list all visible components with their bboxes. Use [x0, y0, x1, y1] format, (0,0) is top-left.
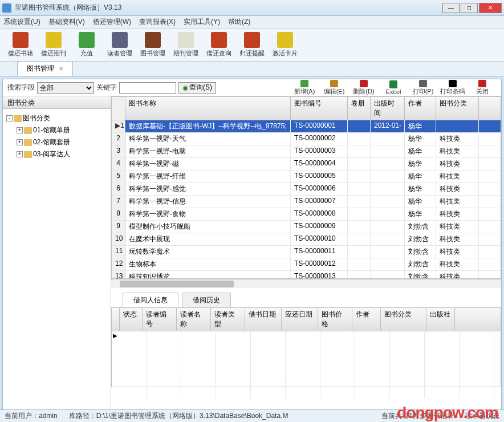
horizontal-scrollbar[interactable]	[111, 279, 501, 288]
col-name[interactable]: 图书名称	[125, 97, 291, 120]
menubar: 系统设置(U) 基础资料(V) 借还管理(W) 查询报表(X) 实用工具(Y) …	[0, 16, 504, 29]
tool-label: 期刊管理	[173, 49, 198, 58]
sub-col-9[interactable]: 出版社	[426, 308, 455, 331]
book-grid[interactable]: 图书名称 图书编号 卷册 出版时间 作者 图书分类 ▶1 数据库基础-【正版图书…	[111, 96, 501, 279]
col-author[interactable]: 作者	[405, 97, 436, 120]
tool-btn-0[interactable]: 借还书籍	[6, 30, 35, 60]
menu-basic[interactable]: 基础资料(V)	[48, 17, 85, 27]
sub-grid[interactable]: 状态读者编号读者名称读者类型借书日期应还日期图书价格作者图书分类出版社 ▶	[111, 307, 501, 387]
action-btn-0[interactable]: 新增(A)	[290, 80, 319, 96]
search-field-select[interactable]: 全部	[37, 82, 94, 94]
sub-col-3[interactable]: 读者类型	[211, 308, 245, 331]
action-label: 新增(A)	[294, 87, 315, 96]
search-icon: ◉	[182, 84, 188, 92]
search-field-label: 搜索字段	[7, 83, 35, 92]
tree-root[interactable]: - 图书分类	[6, 112, 107, 124]
col-vol[interactable]: 卷册	[348, 97, 371, 120]
sub-col-0[interactable]: 状态	[120, 308, 143, 331]
menu-tools[interactable]: 实用工具(Y)	[184, 17, 220, 27]
tool-btn-6[interactable]: 借还查询	[204, 30, 234, 60]
table-row[interactable]: 2 科学第一视野-天气 TS-00000002 杨华 科技类	[112, 133, 501, 145]
sub-col-2[interactable]: 读者名称	[177, 308, 211, 331]
tool-label: 借还查询	[206, 49, 231, 58]
table-row[interactable]: 12 生物标本 TS-00000012 刘勃含 科技类	[112, 258, 501, 271]
action-label: 删除(D)	[353, 87, 374, 96]
tool-icon	[211, 32, 227, 48]
close-button[interactable]: ✕	[479, 3, 502, 13]
table-row[interactable]: 3 科学第一视野-电脑 TS-00000003 杨华 科技类	[112, 145, 501, 158]
tab-close-icon[interactable]: ✕	[59, 66, 63, 72]
sub-col-1[interactable]: 读者编号	[143, 308, 177, 331]
folder-icon	[24, 139, 32, 146]
table-row[interactable]: 7 科学第一视野-信息 TS-00000007 杨华 科技类	[112, 196, 501, 208]
action-btn-5[interactable]: 打印条码	[438, 80, 467, 96]
tool-label: 激活卡片	[273, 49, 298, 58]
col-cat[interactable]: 图书分类	[436, 97, 479, 120]
menu-query[interactable]: 查询报表(X)	[139, 17, 176, 27]
tool-icon	[46, 32, 62, 48]
tool-btn-5[interactable]: 期刊管理	[171, 30, 201, 60]
action-icon	[360, 80, 368, 87]
tool-btn-1[interactable]: 借还期刊	[39, 30, 68, 60]
sub-tab-history[interactable]: 借阅历史	[182, 293, 231, 307]
menu-system[interactable]: 系统设置(U)	[3, 17, 40, 27]
sub-col-4[interactable]: 借书日期	[245, 308, 282, 331]
sub-indicator	[112, 308, 120, 331]
sub-tab-borrower[interactable]: 借阅人信息	[123, 293, 178, 307]
table-row[interactable]: ▶1 数据库基础-【正版图书-WJ】--科学视野--电_97875; TS-00…	[112, 120, 501, 133]
action-btn-2[interactable]: 删除(D)	[349, 80, 378, 96]
tree-expand-icon[interactable]: +	[17, 127, 23, 133]
tree-node-1[interactable]: +02-馆藏套册	[17, 136, 107, 148]
search-button[interactable]: ◉ 查询(S)	[178, 82, 216, 94]
tree-node-2[interactable]: +03-阅享达人	[17, 148, 107, 160]
action-btn-6[interactable]: 关闭	[468, 80, 497, 96]
table-row[interactable]: 8 科学第一视野-食物 TS-00000008 杨华 科技类	[112, 208, 501, 221]
table-row[interactable]: 6 科学第一视野-感觉 TS-00000006 杨华 科技类	[112, 183, 501, 196]
tool-icon	[145, 32, 161, 48]
sub-col-5[interactable]: 应还日期	[282, 308, 318, 331]
tool-btn-8[interactable]: 激活卡片	[270, 30, 300, 60]
tool-icon	[178, 32, 194, 48]
tree-expand-icon[interactable]: +	[17, 151, 23, 157]
tool-label: 归还提醒	[239, 49, 265, 58]
table-row[interactable]: 13 科技知识博览 TS-00000013 刘勃含 科技类	[112, 271, 501, 279]
tree-expand-icon[interactable]: +	[17, 139, 23, 145]
tool-btn-7[interactable]: 归还提醒	[237, 30, 267, 60]
search-keyword-label: 关键字	[96, 83, 117, 92]
action-label: 编辑(E)	[324, 87, 345, 96]
action-btn-4[interactable]: 打印(P)	[409, 80, 437, 96]
tab-book-manage[interactable]: 图书管理 ✕	[17, 61, 73, 76]
scroll-thumb[interactable]	[120, 281, 234, 287]
col-code[interactable]: 图书编号	[291, 97, 348, 120]
sub-col-6[interactable]: 图书价格	[318, 308, 352, 331]
action-btn-3[interactable]: Excel	[379, 80, 408, 96]
tree-panel: 图书分类 - 图书分类 +01-馆藏单册+02-馆藏套册+03-阅享达人	[3, 96, 111, 422]
action-bar: 新增(A)编辑(E)删除(D)Excel打印(P)打印条码关闭	[290, 79, 497, 96]
search-keyword-input[interactable]	[119, 82, 176, 94]
grid-panel: 图书名称 图书编号 卷册 出版时间 作者 图书分类 ▶1 数据库基础-【正版图书…	[111, 96, 501, 422]
table-row[interactable]: 11 玩转数学魔术 TS-00000011 刘勃含 科技类	[112, 246, 501, 258]
table-row[interactable]: 5 科学第一视野-纤维 TS-00000005 杨华 科技类	[112, 171, 501, 183]
menu-help[interactable]: 帮助(Z)	[228, 17, 250, 27]
tree-header: 图书分类	[3, 96, 111, 109]
tool-btn-2[interactable]: 充值	[72, 30, 101, 60]
content-area: 搜索字段 全部 关键字 ◉ 查询(S) 新增(A)编辑(E)删除(D)Excel…	[2, 79, 502, 422]
table-row[interactable]: 4 科学第一视野-磁 TS-00000004 杨华 科技类	[112, 158, 501, 171]
table-row[interactable]: 10 在魔术中展现 TS-00000010 刘勃含 科技类	[112, 233, 501, 246]
sub-col-7[interactable]: 作者	[352, 308, 381, 331]
minimize-button[interactable]: —	[442, 3, 460, 13]
menu-borrow[interactable]: 借还管理(W)	[93, 17, 131, 27]
col-date[interactable]: 出版时间	[371, 97, 405, 120]
table-row[interactable]: 9 模型制作小技巧舰船 TS-00000009 刘勃含 科技类	[112, 221, 501, 233]
tree-node-0[interactable]: +01-馆藏单册	[17, 124, 107, 136]
action-btn-1[interactable]: 编辑(E)	[320, 80, 348, 96]
tree-expand-icon[interactable]: -	[6, 115, 13, 121]
tool-btn-4[interactable]: 图书管理	[138, 30, 168, 60]
action-icon	[419, 80, 427, 87]
watermark: dongpow.com	[397, 404, 498, 422]
action-icon	[449, 80, 457, 87]
tool-btn-3[interactable]: 读者管理	[105, 30, 135, 60]
maximize-button[interactable]: □	[461, 3, 478, 13]
row-num-header	[112, 97, 125, 120]
sub-col-8[interactable]: 图书分类	[381, 308, 426, 331]
